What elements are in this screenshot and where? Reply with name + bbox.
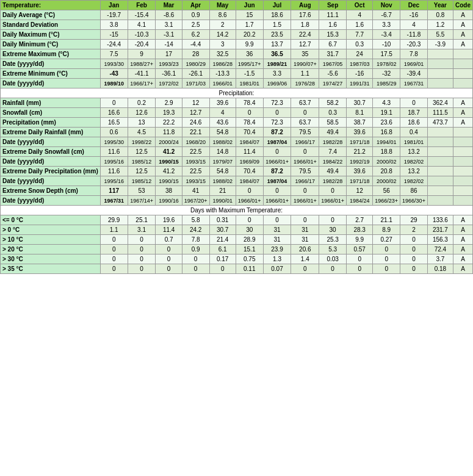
table-row: Extreme Daily Precipitation (mm)11.612.5… bbox=[1, 167, 473, 176]
data-cell: 11.1 bbox=[319, 10, 347, 20]
data-cell: 2000/24 bbox=[156, 137, 182, 147]
data-cell: 41.2 bbox=[156, 167, 182, 176]
data-cell: 1979/07 bbox=[209, 157, 236, 167]
section-header: Days with Maximum Temperature: bbox=[1, 206, 473, 215]
data-cell: 1992/19 bbox=[347, 157, 373, 167]
data-cell bbox=[453, 79, 472, 88]
data-cell: 17.5 bbox=[373, 49, 400, 59]
data-cell: 1990/07+ bbox=[291, 59, 319, 69]
data-cell bbox=[427, 176, 453, 186]
data-cell: 30.7 bbox=[209, 225, 236, 235]
data-cell: 6.7 bbox=[319, 40, 347, 49]
data-cell: 1967/31 bbox=[400, 79, 428, 88]
data-cell: 1991/31 bbox=[347, 79, 373, 88]
table-row: Extreme Daily Rainfall (mm)0.64.511.822.… bbox=[1, 128, 473, 137]
data-cell: 63.7 bbox=[291, 118, 319, 128]
data-cell: 9.9 bbox=[347, 235, 373, 245]
data-cell: 28.9 bbox=[236, 235, 263, 245]
data-cell: 1967/31 bbox=[100, 196, 128, 206]
row-label: Daily Maximum (°C) bbox=[1, 30, 101, 40]
row-label: <= 0 °C bbox=[1, 215, 101, 225]
data-cell: 53 bbox=[128, 186, 156, 196]
data-cell bbox=[453, 196, 472, 206]
data-cell: 0 bbox=[100, 245, 128, 254]
data-cell: 87.2 bbox=[263, 128, 291, 137]
data-cell: 231.7 bbox=[427, 225, 453, 235]
data-cell: 1966/01+ bbox=[291, 196, 319, 206]
data-cell: 21 bbox=[209, 186, 236, 196]
data-cell: 41.2 bbox=[156, 147, 182, 157]
row-label: Date (yyyy/dd) bbox=[1, 176, 101, 186]
data-cell bbox=[427, 186, 453, 196]
data-cell: 1985/12 bbox=[128, 157, 156, 167]
data-cell: -32 bbox=[373, 69, 400, 79]
data-cell: 1995/30 bbox=[100, 137, 128, 147]
data-cell: 4.1 bbox=[128, 20, 156, 30]
data-cell: 1989/10 bbox=[100, 79, 128, 88]
row-label: Standard Deviation bbox=[1, 20, 101, 30]
data-cell: 31.7 bbox=[319, 49, 347, 59]
data-cell: 3.3 bbox=[373, 20, 400, 30]
table-row: Extreme Maximum (°C)7.59172832.53636.535… bbox=[1, 49, 473, 59]
data-cell: 1.3 bbox=[263, 254, 291, 264]
data-cell: 0.17 bbox=[209, 254, 236, 264]
table-row: Daily Average (°C)-19.7-15.4-8.60.98.615… bbox=[1, 10, 473, 20]
data-cell: -10 bbox=[373, 40, 400, 49]
data-cell: 0.75 bbox=[236, 254, 263, 264]
row-label: Extreme Minimum (°C) bbox=[1, 69, 101, 79]
data-cell: 5.3 bbox=[319, 245, 347, 254]
data-cell: 473.7 bbox=[427, 118, 453, 128]
data-cell bbox=[453, 186, 472, 196]
data-cell: 1966/30+ bbox=[400, 196, 428, 206]
data-cell: -39.4 bbox=[400, 69, 428, 79]
data-cell: 23.9 bbox=[263, 245, 291, 254]
data-cell: 2000/02 bbox=[373, 176, 400, 186]
data-cell: 7.7 bbox=[347, 30, 373, 40]
data-cell: 22.2 bbox=[156, 118, 182, 128]
data-cell: 1988/02 bbox=[209, 176, 236, 186]
data-cell: 3 bbox=[209, 40, 236, 49]
data-cell: 1982/02 bbox=[400, 176, 428, 186]
row-label: > 10 °C bbox=[1, 235, 101, 245]
row-label: > 30 °C bbox=[1, 254, 101, 264]
data-cell bbox=[427, 157, 453, 167]
data-cell: 22.5 bbox=[182, 167, 209, 176]
data-cell: 1985/29 bbox=[373, 79, 400, 88]
data-cell: 12.6 bbox=[128, 108, 156, 118]
data-cell: 1966/17+ bbox=[128, 79, 156, 88]
data-cell: 0.2 bbox=[128, 98, 156, 108]
table-row: Snowfall (cm)16.612.619.312.740000.38.11… bbox=[1, 108, 473, 118]
data-cell bbox=[453, 176, 472, 186]
data-cell: 39.6 bbox=[347, 167, 373, 176]
data-cell: 49.4 bbox=[319, 128, 347, 137]
data-cell: 19.3 bbox=[156, 108, 182, 118]
data-cell: 0 bbox=[236, 186, 263, 196]
data-cell: 24 bbox=[347, 49, 373, 59]
data-cell: 58.5 bbox=[319, 118, 347, 128]
data-cell: 0.9 bbox=[182, 10, 209, 20]
data-cell: 0 bbox=[128, 264, 156, 274]
data-cell: 0 bbox=[236, 108, 263, 118]
data-cell: 0 bbox=[100, 235, 128, 245]
data-cell bbox=[427, 137, 453, 147]
row-label: Precipitation (mm) bbox=[1, 118, 101, 128]
data-cell: 39.6 bbox=[347, 128, 373, 137]
data-cell: 12 bbox=[347, 186, 373, 196]
data-cell: A bbox=[453, 118, 472, 128]
data-cell: 0.7 bbox=[156, 235, 182, 245]
row-label: Extreme Snow Depth (cm) bbox=[1, 186, 101, 196]
data-cell: 1990/01 bbox=[209, 196, 236, 206]
jun-header: Jun bbox=[236, 1, 263, 10]
data-cell: 0 bbox=[236, 215, 263, 225]
data-cell: 1989/21 bbox=[263, 59, 291, 69]
data-cell bbox=[427, 69, 453, 79]
data-cell: 3.3 bbox=[263, 69, 291, 79]
data-cell: 1968/20 bbox=[182, 137, 209, 147]
data-cell: 38 bbox=[156, 186, 182, 196]
row-label: Date (yyyy/dd) bbox=[1, 196, 101, 206]
data-cell: 28 bbox=[182, 49, 209, 59]
data-cell: 6.1 bbox=[209, 245, 236, 254]
data-cell: 1966/01+ bbox=[236, 196, 263, 206]
data-cell: 2.5 bbox=[182, 20, 209, 30]
data-cell: 2000/02 bbox=[373, 157, 400, 167]
